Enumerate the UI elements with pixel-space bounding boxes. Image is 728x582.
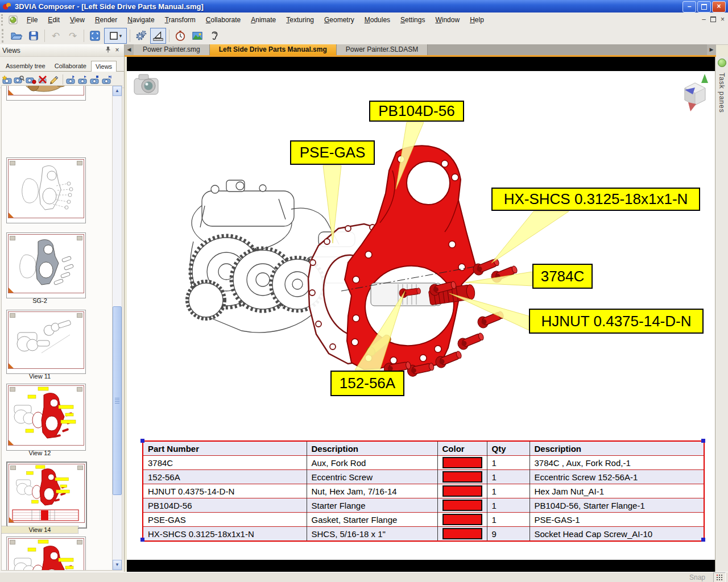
table-row[interactable]: HJNUT 0.4375-14-D-N Nut, Hex Jam, 7/16-1… [143, 484, 704, 498]
window-close-button[interactable]: × [712, 1, 726, 13]
doc-tab-left-side-drive[interactable]: Left Side Drive Parts Manual.smg [210, 44, 337, 55]
tab-scroll-right-icon[interactable]: ▶ [707, 44, 716, 55]
fit-all-button[interactable] [87, 28, 103, 44]
menu-navigate[interactable]: Navigate [122, 14, 159, 26]
delete-view-button[interactable] [37, 74, 49, 85]
render-image-button[interactable] [189, 28, 205, 44]
selection-handle[interactable] [140, 439, 144, 443]
callout-hx-shcs[interactable]: HX-SHCS 0.3125-18x1x1-N [491, 188, 700, 211]
menu-texturing[interactable]: Texturing [281, 14, 319, 26]
scrollbar-thumb[interactable] [113, 306, 122, 495]
views-thumbnail-list: SG-1 [1, 85, 114, 571]
task-panes-label[interactable]: Task panes [718, 73, 726, 113]
mdi-close-button[interactable]: × [721, 15, 725, 23]
snap-grid-button[interactable] [713, 572, 726, 582]
view-label[interactable]: SG-2 [2, 297, 78, 304]
doc-tab-power-painter-sldasm[interactable]: Power Painter.SLDASM [337, 44, 428, 55]
views-scrollbar[interactable]: ▲ ▼ [112, 85, 122, 571]
selection-mode-dropdown[interactable]: ▾ [104, 28, 127, 44]
callout-152-56a[interactable]: 152-56A [330, 371, 404, 396]
table-row[interactable]: PB104D-56 Starter Flange 1 PB104D-56, St… [143, 498, 704, 513]
doc-tab-power-painter-smg[interactable]: Power Painter.smg [134, 44, 210, 55]
toolbar-grip[interactable] [2, 29, 6, 43]
menu-collaborate[interactable]: Collaborate [201, 14, 246, 26]
view-thumbnail-sg2[interactable] [6, 232, 86, 298]
camera-badge-icon [10, 465, 16, 470]
measure-tool-button[interactable] [150, 28, 166, 44]
menu-modules[interactable]: Modules [359, 14, 395, 26]
view-thumbnail-view11[interactable] [6, 310, 86, 374]
goto-first-view-button[interactable] [65, 74, 77, 85]
play-views-button[interactable] [77, 74, 89, 85]
window-minimize-button[interactable]: – [682, 1, 696, 13]
menu-edit[interactable]: Edit [43, 14, 65, 26]
table-row[interactable]: HX-SHCS 0.3125-18x1x1-N SHCS, 5/16-18 x … [143, 527, 704, 542]
col-header-description2: Description [530, 441, 704, 456]
goto-last-view-button[interactable] [101, 74, 113, 85]
create-view-button[interactable] [1, 74, 13, 85]
view-label-selected[interactable]: View 14 [2, 526, 78, 533]
close-panel-icon[interactable]: × [113, 46, 122, 55]
menu-geometry[interactable]: Geometry [319, 14, 359, 26]
tab-scroll-left-icon[interactable]: ◀ [125, 44, 134, 55]
sound-button[interactable] [206, 28, 222, 44]
table-row[interactable]: 3784C Aux, Fork Rod 1 3784C , Aux, Fork … [143, 456, 704, 470]
col-header-qty: Qty [487, 441, 530, 456]
menu-transform[interactable]: Transform [160, 14, 201, 26]
measure-ruler-icon [152, 30, 164, 41]
undo-button[interactable]: ↶ [48, 28, 64, 44]
snap-status-label[interactable]: Snap [689, 573, 705, 581]
view-thumbnail-autopath[interactable] [6, 157, 86, 223]
toolbar-grip[interactable] [1, 14, 6, 26]
color-swatch [442, 528, 482, 539]
timer-button[interactable] [172, 28, 188, 44]
record-view-button[interactable] [25, 74, 37, 85]
menu-help[interactable]: Help [465, 14, 489, 26]
selection-handle[interactable] [701, 538, 705, 542]
cell-desc2: Hex Jam Nut_AI-1 [530, 484, 704, 498]
tab-assembly-tree[interactable]: Assembly tree [1, 60, 50, 71]
view-thumbnail-view12[interactable] [6, 384, 86, 451]
callout-pb104d-56[interactable]: PB104D-56 [369, 101, 464, 122]
scroll-up-button[interactable]: ▲ [113, 86, 122, 96]
scroll-down-button[interactable]: ▼ [113, 560, 122, 570]
tab-views[interactable]: Views [91, 61, 117, 72]
window-restore-button[interactable] [697, 1, 711, 13]
stop-views-button[interactable] [89, 74, 101, 85]
mdi-minimize-button[interactable]: – [702, 15, 706, 23]
menu-animate[interactable]: Animate [246, 14, 281, 26]
selection-handle[interactable] [140, 538, 144, 542]
cell-part: PB104D-56 [143, 498, 307, 513]
view-label[interactable]: View 12 [2, 450, 78, 456]
view-thumbnail-view14[interactable] [6, 462, 87, 529]
save-button[interactable] [26, 28, 42, 44]
callout-hjnut[interactable]: HJNUT 0.4375-14-D-N [529, 309, 704, 334]
menu-window[interactable]: Window [430, 14, 465, 26]
selection-handle[interactable] [701, 439, 705, 443]
mdi-restore-button[interactable] [710, 16, 716, 22]
view-label[interactable]: View 11 [2, 373, 78, 380]
view-thumbnail-view15[interactable] [6, 537, 86, 571]
callout-pse-gas[interactable]: PSE-GAS [290, 140, 375, 165]
table-row[interactable]: 152-56A Eccentric Screw 1 Eccentric Scre… [143, 470, 704, 484]
table-row[interactable]: PSE-GAS Gasket, Starter Flange 1 PSE-GAS… [143, 513, 704, 527]
update-view-button[interactable] [13, 74, 25, 85]
cell-qty: 9 [487, 527, 530, 542]
preferences-button[interactable] [133, 28, 149, 44]
tab-collaborate[interactable]: Collaborate [50, 60, 91, 71]
bom-table[interactable]: Part Number Description Color Qty Descri… [142, 440, 704, 541]
open-file-button[interactable] [9, 28, 24, 44]
pin-icon[interactable] [104, 46, 113, 55]
menu-file[interactable]: File [22, 14, 43, 26]
col-header-part-number: Part Number [143, 441, 307, 456]
paint-view-button[interactable] [49, 74, 61, 85]
task-panes-strip[interactable]: Task panes [715, 57, 728, 572]
menu-render[interactable]: Render [90, 14, 122, 26]
menu-settings[interactable]: Settings [395, 14, 430, 26]
redo-button[interactable]: ↷ [65, 28, 81, 44]
view-thumbnail-sg1[interactable] [6, 85, 86, 101]
grid-dots-icon [716, 574, 723, 581]
callout-3784c[interactable]: 3784C [532, 264, 593, 289]
menu-view[interactable]: View [65, 14, 90, 26]
cell-desc2: 3784C , Aux, Fork Rod,-1 [530, 456, 704, 470]
